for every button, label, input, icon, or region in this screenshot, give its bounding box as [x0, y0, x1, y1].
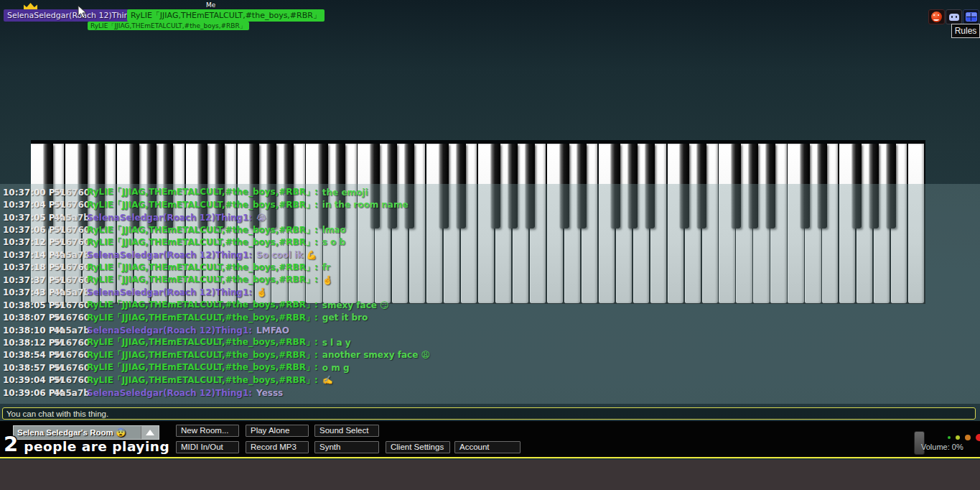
chat-timestamp: 10:39:04 PM	[3, 375, 54, 385]
chat-timestamp: 10:38:57 PM	[3, 363, 54, 373]
chat-username: SelenaSeledgar(Roach 12)Thing1:	[87, 250, 252, 260]
chat-message-text: o m g	[322, 363, 350, 373]
chat-message-row: 10:39:04 PM 516760 RyLIE「JJIAG,THEmETALC…	[3, 374, 965, 387]
chat-timestamp: 10:38:07 PM	[3, 313, 54, 323]
rules-button[interactable]	[963, 9, 979, 24]
chat-timestamp: 10:38:54 PM	[3, 350, 54, 360]
chat-message-row: 10:38:10 PM 4a5a7b SelenaSeledgar(Roach …	[3, 324, 965, 336]
new-room-button[interactable]: New Room...	[176, 425, 239, 437]
chat-message-row: 10:37:00 PM 516760 RyLIE「JJIAG,THEmETALC…	[3, 186, 965, 198]
volume-dots	[948, 433, 980, 443]
volume-dot	[948, 436, 951, 439]
chat-message-text: 🤞	[256, 287, 267, 297]
chat-message-row: 10:37:14 PM 4a5a7b SelenaSeledgar(Roach …	[3, 249, 965, 261]
chat-user-id: 516760	[54, 350, 87, 360]
chat-message-text: s l a y	[322, 338, 351, 348]
chat-username: SelenaSeledgar(Roach 12)Thing1:	[87, 388, 252, 398]
chat-username: RyLIE「JJIAG,THEmETALCULT,#the_boys,#RBR」…	[87, 336, 318, 348]
client-settings-button[interactable]: Client Settings	[386, 441, 450, 453]
red-smiley-button[interactable]	[928, 9, 945, 24]
chat-user-id: 516760	[54, 275, 87, 285]
chat-message-row: 10:38:12 PM 516760 RyLIE「JJIAG,THEmETALC…	[3, 336, 965, 348]
chat-user-id: 516760	[54, 225, 87, 235]
chat-message-text: lmao	[322, 225, 346, 235]
screen: SelenaSeledgar(Roach 12)Thing1 RyLIE「JJI…	[0, 0, 980, 490]
chat-log: 10:37:00 PM 516760 RyLIE「JJIAG,THEmETALC…	[3, 186, 965, 399]
mouse-cursor-icon	[78, 5, 88, 19]
chat-username: RyLIE「JJIAG,THEmETALCULT,#the_boys,#RBR」…	[87, 236, 318, 249]
chat-message-text: another smexy face 😩	[322, 350, 430, 360]
chat-message-text: smexy face 😏	[322, 300, 389, 310]
midi-inout-button[interactable]: MIDI In/Out	[176, 441, 239, 453]
play-alone-button[interactable]: Play Alone	[246, 425, 309, 437]
chat-message-row: 10:38:54 PM 516760 RyLIE「JJIAG,THEmETALC…	[3, 349, 965, 361]
chat-timestamp: 10:37:14 PM	[3, 250, 54, 260]
chat-message-text: in the room name	[322, 200, 409, 210]
chat-message-text: Yesss	[256, 388, 283, 398]
user-tag-friend: RyLIE「JJIAG,THEmETALCULT,#the_boys,#RBR」	[127, 9, 325, 22]
chat-username: RyLIE「JJIAG,THEmETALCULT,#the_boys,#RBR」…	[87, 299, 318, 311]
chat-user-id: 516760	[54, 200, 87, 210]
chat-message-row: 10:37:37 PM 516760 RyLIE「JJIAG,THEmETALC…	[3, 274, 965, 286]
chat-message-row: 10:37:04 PM 516760 RyLIE「JJIAG,THEmETALC…	[3, 198, 965, 211]
chat-message-row: 10:38:07 PM 516760 RyLIE「JJIAG,THEmETALC…	[3, 311, 965, 323]
chat-message-text: LMFAO	[256, 325, 289, 336]
chat-message-text: 😭	[256, 213, 266, 223]
chat-timestamp: 10:37:05 PM	[3, 213, 54, 223]
chat-message-text: ✍️	[322, 375, 333, 385]
taskbar	[0, 460, 980, 490]
table-grid-icon	[966, 12, 977, 22]
player-count-number: 2	[4, 432, 18, 456]
chat-username: SelenaSeledgar(Roach 12)Thing1:	[87, 287, 252, 297]
chat-message-text: 🤞	[322, 275, 333, 285]
chat-username: RyLIE「JJIAG,THEmETALCULT,#the_boys,#RBR」…	[87, 274, 318, 286]
chat-timestamp: 10:37:06 PM	[3, 225, 54, 235]
volume-dot	[956, 435, 960, 440]
chat-timestamp: 10:37:43 PM	[3, 287, 54, 297]
chat-message-text: s o b	[322, 237, 345, 247]
volume-dot	[965, 435, 971, 440]
chat-message-text: fr	[322, 262, 330, 272]
volume-label: Volume: 0%	[921, 443, 963, 451]
chat-user-id: 516760	[54, 338, 87, 348]
chat-username: RyLIE「JJIAG,THEmETALCULT,#the_boys,#RBR」…	[87, 199, 318, 211]
chat-user-id: 4a5a7b	[54, 287, 87, 297]
account-button[interactable]: Account	[454, 441, 521, 453]
rules-tooltip: Rules	[951, 24, 980, 38]
chat-message-text: the emoji	[322, 188, 368, 198]
chat-user-id: 4a5a7b	[54, 388, 87, 398]
chat-username: SelenaSeledgar(Roach 12)Thing1:	[87, 213, 252, 223]
chat-message-text: So cool ik 💪	[256, 250, 317, 260]
chat-timestamp: 10:38:12 PM	[3, 338, 54, 348]
chat-message-row: 10:37:12 PM 516760 RyLIE「JJIAG,THEmETALC…	[3, 236, 965, 249]
chat-timestamp: 10:37:04 PM	[3, 200, 54, 210]
chat-user-id: 516760	[54, 237, 87, 247]
chat-username: RyLIE「JJIAG,THEmETALCULT,#the_boys,#RBR」…	[87, 224, 318, 236]
player-count: 2 people are playing	[4, 432, 169, 456]
chat-username: SelenaSeledgar(Roach 12)Thing1:	[87, 325, 252, 336]
chat-user-id: 516760	[54, 375, 87, 385]
record-mp3-button[interactable]: Record MP3	[246, 441, 309, 453]
chat-message-text: get it bro	[322, 313, 368, 323]
chat-username: RyLIE「JJIAG,THEmETALCULT,#the_boys,#RBR」…	[87, 186, 318, 198]
user-tag-owner: SelenaSeledgar(Roach 12)Thing1	[4, 9, 143, 22]
discord-button[interactable]	[946, 9, 962, 24]
chat-timestamp: 10:38:10 PM	[3, 325, 54, 336]
chat-timestamp: 10:37:18 PM	[3, 262, 54, 272]
chat-input[interactable]	[2, 407, 976, 420]
chat-username: RyLIE「JJIAG,THEmETALCULT,#the_boys,#RBR」…	[87, 262, 318, 274]
chat-user-id: 4a5a7b	[54, 325, 87, 336]
chat-message-row: 10:37:18 PM 516760 RyLIE「JJIAG,THEmETALC…	[3, 262, 965, 274]
chat-message-row: 10:38:57 PM 516760 RyLIE「JJIAG,THEmETALC…	[3, 361, 965, 374]
red-smiley-icon	[931, 11, 942, 22]
chat-username: RyLIE「JJIAG,THEmETALCULT,#the_boys,#RBR」…	[87, 312, 318, 324]
user-cursor-tag-friend: RyLIE「JJIAG,THEmETALCULT,#the_boys,#RBR」	[88, 22, 249, 30]
discord-icon	[949, 14, 959, 21]
sound-select-button[interactable]: Sound Select	[314, 425, 379, 437]
chat-user-id: 516760	[54, 363, 87, 373]
chat-timestamp: 10:37:12 PM	[3, 237, 54, 247]
me-label: Me	[206, 1, 215, 9]
chat-username: RyLIE「JJIAG,THEmETALCULT,#the_boys,#RBR」…	[87, 374, 318, 387]
chat-timestamp: 10:39:06 PM	[3, 388, 54, 398]
synth-button[interactable]: Synth	[314, 441, 379, 453]
